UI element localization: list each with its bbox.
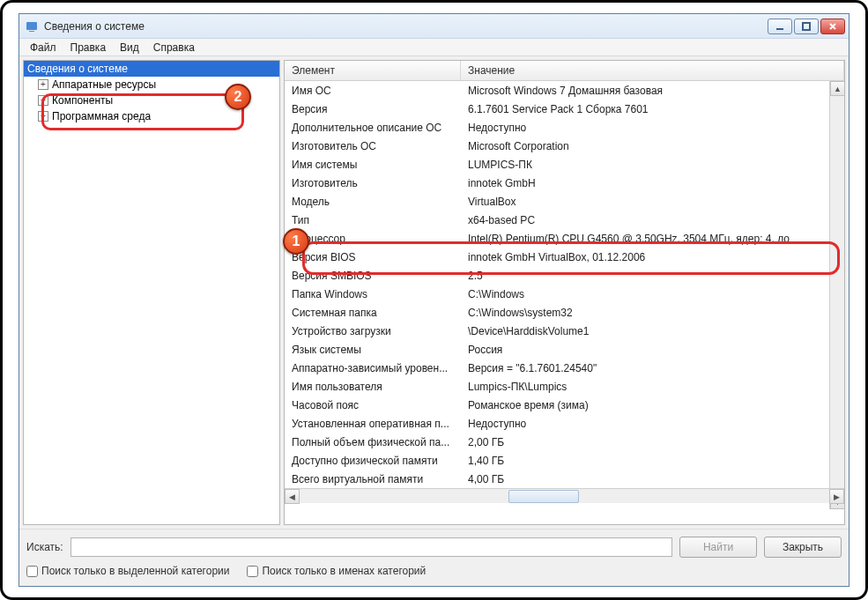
expand-icon[interactable]: + [38,79,48,90]
table-row[interactable]: Имя ОСMicrosoft Windows 7 Домашняя базов… [285,81,844,100]
cell-key: Изготовитель ОС [285,140,461,152]
cell-key: Часовой пояс [285,399,461,411]
table-row[interactable]: Имя системыLUMPICS-ПК [285,155,844,174]
tree-root[interactable]: Сведения о системе [24,61,279,77]
cell-value: VirtualBox [461,196,844,208]
cell-key: Версия SMBIOS [285,270,461,282]
table-row[interactable]: Изготовитель ОСMicrosoft Corporation [285,137,844,155]
table-row[interactable]: Устройство загрузки\Device\HarddiskVolum… [285,322,844,340]
cell-key: Дополнительное описание ОС [285,122,461,134]
table-row[interactable]: Язык системыРоссия [285,340,844,359]
tree-software-label: Программная среда [52,110,151,122]
tree-hardware-label: Аппаратные ресурсы [52,78,156,91]
search-names-only-label: Поиск только в именах категорий [262,565,426,577]
tree-panel: Сведения о системе + Аппаратные ресурсы … [23,60,280,525]
table-row[interactable]: Версия SMBIOS2.5 [285,266,844,285]
table-row[interactable]: Имя пользователяLumpics-ПК\Lumpics [285,377,844,396]
cell-value: Недоступно [461,418,844,430]
search-category-only-label: Поиск только в выделенной категории [41,565,229,577]
cell-key: Доступно физической памяти [285,455,461,467]
tree-software[interactable]: + Программная среда [24,108,279,124]
svg-rect-3 [803,23,810,30]
table-row[interactable]: Версия BIOSinnotek GmbH VirtualBox, 01.1… [285,248,844,266]
minimize-button[interactable] [768,19,792,34]
cell-value: Lumpics-ПК\Lumpics [461,381,844,393]
cell-key: Версия [285,103,461,115]
cell-value: LUMPICS-ПК [461,159,844,171]
scroll-left-icon[interactable]: ◀ [285,489,300,504]
cell-key: Всего виртуальной памяти [285,473,461,485]
cell-key: Имя системы [285,159,461,171]
cell-key: Процессор [285,233,461,245]
cell-value: Intel(R) Pentium(R) CPU G4560 @ 3.50GHz,… [461,233,844,245]
menu-file[interactable]: Файл [23,40,63,56]
search-names-only-checkbox[interactable] [247,566,258,577]
window-title: Сведения о системе [44,20,145,33]
col-element[interactable]: Элемент [285,61,461,80]
search-area: Искать: Найти Закрыть Поиск только в выд… [19,529,849,586]
expand-icon[interactable]: + [38,95,48,106]
menu-help[interactable]: Справка [146,40,202,56]
info-panel: Элемент Значение Имя ОСMicrosoft Windows… [284,60,845,525]
svg-rect-0 [26,22,37,30]
table-row[interactable]: Типx64-based PC [285,211,844,229]
column-headers: Элемент Значение [285,61,844,81]
table-row[interactable]: Системная папкаC:\Windows\system32 [285,303,844,322]
table-row[interactable]: Всего виртуальной памяти4,00 ГБ [285,470,844,488]
close-button[interactable] [820,19,845,34]
scroll-up-icon[interactable]: ▲ [830,81,844,96]
search-label: Искать: [26,541,63,553]
info-rows: Имя ОСMicrosoft Windows 7 Домашняя базов… [285,81,844,488]
horizontal-scrollbar[interactable]: ◀ ▶ [285,488,844,503]
maximize-button[interactable] [794,19,819,34]
find-button[interactable]: Найти [679,537,757,558]
tree-components-label: Компоненты [52,94,113,107]
menu-view[interactable]: Вид [113,40,146,56]
cell-key: Тип [285,214,461,226]
table-row[interactable]: Дополнительное описание ОСНедоступно [285,118,844,137]
close-search-button[interactable]: Закрыть [764,537,842,558]
cell-key: Полный объем физической па... [285,436,461,448]
system-info-window: Сведения о системе Файл Правка Вид Справ… [19,13,849,587]
cell-key: Устройство загрузки [285,325,461,337]
cell-key: Системная папка [285,307,461,319]
expand-icon[interactable]: + [38,111,48,122]
search-names-only[interactable]: Поиск только в именах категорий [247,565,426,577]
cell-key: Установленная оперативная п... [285,418,461,430]
table-row[interactable]: ПроцессорIntel(R) Pentium(R) CPU G4560 @… [285,229,844,248]
cell-value: innotek GmbH VirtualBox, 01.12.2006 [461,251,844,263]
search-category-only[interactable]: Поиск только в выделенной категории [26,565,229,577]
menubar: Файл Правка Вид Справка [19,39,849,56]
vertical-scrollbar[interactable]: ▲ ▼ [829,81,844,509]
scroll-right-icon[interactable]: ▶ [829,489,844,504]
cell-value: Россия [461,344,844,356]
table-row[interactable]: Изготовительinnotek GmbH [285,174,844,192]
table-row[interactable]: Версия6.1.7601 Service Pack 1 Сборка 760… [285,100,844,118]
scroll-thumb[interactable] [508,490,579,503]
table-row[interactable]: Установленная оперативная п...Недоступно [285,414,844,433]
cell-key: Язык системы [285,344,461,356]
cell-key: Папка Windows [285,288,461,300]
table-row[interactable]: Аппаратно-зависимый уровен...Версия = "6… [285,359,844,377]
cell-key: Аппаратно-зависимый уровен... [285,362,461,374]
cell-value: Романское время (зима) [461,399,844,411]
cell-value: 6.1.7601 Service Pack 1 Сборка 7601 [461,103,844,115]
table-row[interactable]: Доступно физической памяти1,40 ГБ [285,451,844,470]
cell-value: C:\Windows [461,288,844,300]
table-row[interactable]: МодельVirtualBox [285,192,844,211]
table-row[interactable]: Папка WindowsC:\Windows [285,285,844,303]
titlebar[interactable]: Сведения о системе [19,14,849,39]
search-input[interactable] [70,537,672,557]
col-value[interactable]: Значение [461,61,844,80]
table-row[interactable]: Часовой поясРоманское время (зима) [285,396,844,414]
callout-2: 2 [225,84,251,110]
table-row[interactable]: Полный объем физической па...2,00 ГБ [285,433,844,451]
cell-key: Модель [285,196,461,208]
cell-value: Версия = "6.1.7601.24540" [461,362,844,374]
menu-edit[interactable]: Правка [63,40,114,56]
search-category-only-checkbox[interactable] [26,566,38,577]
callout-1: 1 [283,228,309,255]
cell-key: Имя ОС [285,85,461,97]
cell-value: 2.5 [461,270,844,282]
cell-value: \Device\HarddiskVolume1 [461,325,844,337]
